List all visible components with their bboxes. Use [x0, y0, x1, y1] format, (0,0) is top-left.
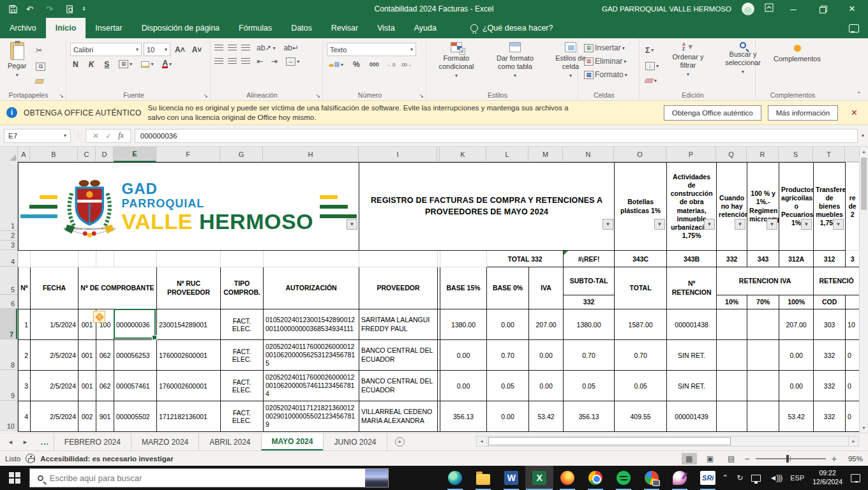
minimize-button[interactable]	[784, 4, 803, 14]
select-all-corner[interactable]	[0, 147, 18, 162]
normal-view-button[interactable]: ▦	[682, 453, 697, 464]
cell-base15[interactable]: 1380.00	[440, 309, 487, 340]
cell-code-312a[interactable]: 312A	[779, 251, 814, 267]
cell-tipo[interactable]: FACT. ELEC.	[221, 371, 264, 401]
header-retencion-fuente[interactable]: RETENCIÓ	[814, 267, 860, 295]
action-center-icon[interactable]	[851, 474, 860, 482]
cell-code-343b[interactable]: 343B	[667, 251, 717, 267]
autosum-button[interactable]: Σ▾	[643, 45, 661, 56]
header-cod-u[interactable]	[846, 295, 860, 309]
more-info-button[interactable]: Más información	[768, 105, 838, 121]
cell-ret10[interactable]	[717, 309, 747, 340]
align-top-icon[interactable]	[214, 45, 223, 51]
confirm-entry-icon[interactable]: ✓	[105, 131, 112, 140]
cell-total[interactable]: 1587.00	[615, 309, 667, 340]
cut-icon[interactable]: ✂	[34, 45, 47, 56]
cell-iva[interactable]: 53.42	[529, 401, 564, 432]
cell-header-botellas[interactable]: Botellas plásticas 1%	[615, 163, 667, 251]
col-header-r[interactable]: R	[747, 147, 779, 162]
cell-code-343c[interactable]: 343C	[615, 251, 667, 267]
taskbar-meet[interactable]	[638, 466, 666, 490]
cell-header-agricolas[interactable]: Productos agricoilas o Pecuarios 1%	[779, 163, 814, 251]
cell-logo[interactable]: VALLE HERMOSO TURÍSTICO Y PRODUCTIVO GAD…	[19, 163, 359, 251]
start-button[interactable]	[0, 466, 29, 490]
zoom-out-button[interactable]: −	[745, 454, 750, 464]
cell-base0[interactable]: 0.00	[487, 401, 529, 432]
align-center-icon[interactable]	[228, 58, 237, 64]
cell-ruc[interactable]: 1712182136001	[157, 401, 221, 432]
cell-proveedor[interactable]: BANCO CENTRAL DEL ECUADOR	[359, 340, 438, 371]
cell-autorizacion[interactable]: 0205202401171218213600120029010000055021…	[264, 401, 359, 432]
col-header-h[interactable]: H	[263, 147, 359, 162]
cell-base15[interactable]: 0.00	[440, 371, 487, 401]
account-avatar[interactable]	[742, 3, 754, 15]
cell-total[interactable]: 0.70	[615, 340, 667, 371]
row-header-8[interactable]: 8	[0, 339, 17, 370]
comments-icon[interactable]	[849, 24, 859, 33]
borders-button[interactable]: ⊞▾	[117, 59, 134, 69]
taskbar-explorer[interactable]	[469, 466, 497, 490]
get-office-button[interactable]: Obtenga Office auténtico	[664, 105, 761, 121]
align-right-icon[interactable]	[241, 58, 250, 64]
row-header-6[interactable]: 6	[0, 295, 17, 309]
cell-fecha[interactable]: 2/5/2024	[31, 401, 79, 432]
redo-icon[interactable]: ↷▾	[46, 4, 57, 14]
number-format-select[interactable]: Texto▾	[327, 43, 416, 56]
cell-subtotal[interactable]: 0.70	[564, 340, 615, 371]
cell-retencion[interactable]: 000001438	[667, 309, 717, 340]
ribbon-display-options-icon[interactable]	[765, 3, 774, 15]
dismiss-warning-icon[interactable]: ✕	[847, 108, 862, 117]
tab-formulas[interactable]: Fórmulas	[229, 18, 281, 38]
cell-iva[interactable]: 0.00	[529, 371, 564, 401]
filter-dropdown-o[interactable]: ▼	[654, 219, 665, 230]
col-header-g[interactable]: G	[220, 147, 263, 162]
tell-me-search[interactable]: ¿Qué desea hacer?	[470, 18, 553, 38]
vertical-scroll-thumb[interactable]	[861, 158, 867, 210]
cell[interactable]	[440, 251, 487, 267]
cell-subtotal[interactable]: 1380.00	[564, 309, 615, 340]
customize-qat-icon[interactable]: ▾	[83, 7, 86, 11]
volume-icon[interactable]: ◄)))	[769, 473, 782, 482]
cell-n[interactable]: 3	[19, 371, 31, 401]
col-header-q[interactable]: Q	[716, 147, 747, 162]
header-num[interactable]: Nº	[19, 267, 31, 309]
clear-button[interactable]: ▾	[643, 77, 661, 84]
col-header-b[interactable]: B	[30, 147, 78, 162]
tab-datos[interactable]: Datos	[281, 18, 322, 38]
decrease-decimal-icon[interactable]: .00→	[401, 62, 412, 68]
cell-retencion[interactable]: 000001439	[667, 401, 717, 432]
cell-header-u-partial[interactable]: re de 2	[846, 163, 860, 251]
search-highlight-image[interactable]	[365, 469, 388, 487]
grow-font-button[interactable]: A˄	[172, 45, 188, 54]
cell-ret100[interactable]: 53.42	[779, 401, 814, 432]
clipboard-dialog-launcher[interactable]: ↘	[59, 93, 64, 99]
print-preview-icon[interactable]	[66, 5, 74, 13]
header-total[interactable]: TOTAL	[615, 267, 667, 309]
page-layout-view-button[interactable]: ▣	[703, 453, 718, 464]
cell-proveedor[interactable]: VILLARREAL CEDENO MARIA ALEXANDRA	[359, 401, 438, 432]
cell-base0[interactable]: 0.05	[487, 371, 529, 401]
header-70pct[interactable]: 70%	[747, 295, 779, 309]
cell-cod[interactable]: 332	[814, 371, 846, 401]
cell-header-microempresa[interactable]: 100 % y 1%.- Regimen microempresa	[747, 163, 779, 251]
wrap-text-button[interactable]: ab↵	[281, 43, 300, 53]
cell-u[interactable]: 0	[846, 340, 860, 371]
cell-iva[interactable]: 207.00	[529, 309, 564, 340]
row-header-4[interactable]: 4	[0, 250, 17, 267]
prev-sheet-icon[interactable]: ◄	[8, 439, 13, 445]
language-indicator[interactable]: ESP	[790, 474, 804, 482]
taskbar-chrome[interactable]	[581, 466, 610, 490]
col-header-s[interactable]: S	[779, 147, 813, 162]
cell-base15[interactable]: 0.00	[440, 340, 487, 371]
cell-serie2[interactable]: 901	[96, 401, 114, 432]
cell[interactable]	[221, 251, 264, 267]
restore-button[interactable]	[813, 4, 832, 14]
cell-autorizacion[interactable]: 0205202401176000260000120010620000574611…	[264, 371, 359, 401]
network-icon[interactable]	[751, 475, 761, 482]
row-header-2[interactable]: 2	[0, 231, 17, 241]
decrease-indent-icon[interactable]: ⇤	[255, 56, 265, 66]
sort-filter-button[interactable]: AZ▼ Ordenar y filtrar ▾	[664, 41, 712, 89]
format-painter-icon[interactable]	[34, 78, 47, 84]
cell-ret100[interactable]: 0.00	[779, 340, 814, 371]
cell-ruc[interactable]: 1760002600001	[157, 340, 221, 371]
